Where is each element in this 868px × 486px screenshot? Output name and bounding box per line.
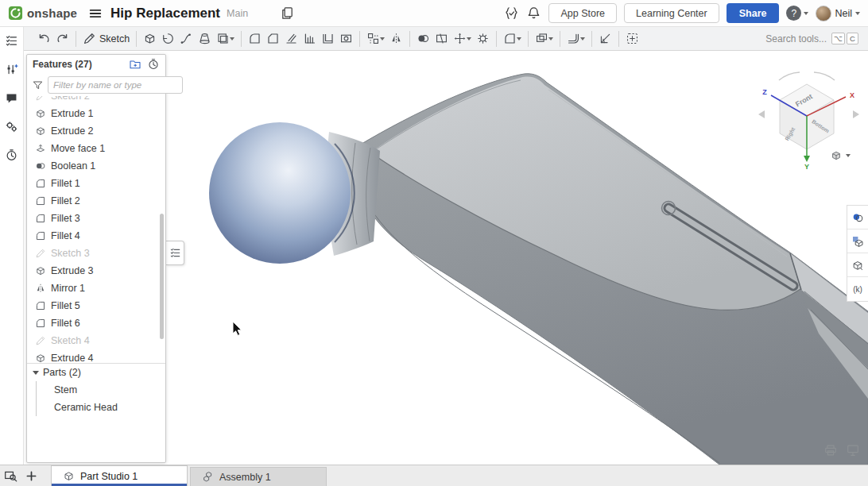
filter-funnel-icon[interactable]: [32, 79, 44, 91]
tool-mirror-button[interactable]: [387, 29, 405, 48]
feature-label: Fillet 4: [51, 230, 80, 241]
left-panel-rail: [0, 27, 24, 465]
feature-item[interactable]: Sketch 2: [27, 96, 165, 105]
tool-featurescript-button[interactable]: [596, 29, 614, 48]
tool-split-button[interactable]: [432, 29, 451, 48]
feature-item[interactable]: Mirror 1: [27, 280, 165, 297]
feature-item[interactable]: Extrude 3: [27, 262, 165, 280]
tab-part-studio-1[interactable]: Part Studio 1: [51, 465, 188, 486]
view-cube-icon: [830, 149, 843, 162]
tool-loft-button[interactable]: [196, 29, 214, 48]
parts-section-header[interactable]: Parts (2): [27, 364, 165, 381]
rotate-arrows-icon[interactable]: [779, 72, 835, 80]
manage-tabs-button[interactable]: [0, 465, 21, 486]
app-store-button[interactable]: App Store: [548, 3, 617, 23]
tool-boolean-button[interactable]: [414, 29, 432, 48]
rotate-right-arrow-icon[interactable]: [853, 110, 859, 118]
feature-label: Fillet 2: [51, 195, 80, 206]
sweep-icon: [180, 32, 193, 45]
new-folder-button[interactable]: [123, 58, 141, 71]
rail-variables-button[interactable]: [2, 60, 21, 79]
tool-hole-button[interactable]: [337, 29, 355, 48]
tool-sheet-metal-button[interactable]: [564, 29, 587, 48]
onshape-logo-icon: [8, 6, 23, 21]
feature-list-scrollbar[interactable]: [160, 214, 164, 339]
sheetmetal-icon: [567, 32, 580, 45]
onshape-logo[interactable]: onshape: [8, 6, 77, 21]
tool-shell-button[interactable]: [319, 29, 337, 48]
panel-appearance-panel-button[interactable]: [847, 206, 868, 230]
measure-icon: [599, 32, 612, 45]
tool-sketch-button[interactable]: Sketch: [80, 29, 132, 48]
tool-revolve-button[interactable]: [159, 29, 177, 48]
tool-modify-fillet-button[interactable]: [501, 29, 524, 48]
rail-history-button[interactable]: [2, 145, 21, 164]
feature-item[interactable]: Extrude 2: [27, 122, 165, 140]
parts-section: Parts (2) StemCeramic Head: [27, 363, 165, 462]
tool-transform-button[interactable]: [451, 29, 474, 48]
tab-assembly-1[interactable]: Assembly 1: [190, 467, 327, 486]
ceramic-head-ball[interactable]: [209, 122, 351, 264]
rail-features-list-toggle-button[interactable]: [2, 31, 21, 50]
panel-configurations-button[interactable]: (k): [847, 277, 868, 301]
tool-extrude-button[interactable]: [141, 29, 159, 48]
view-options-button[interactable]: [827, 146, 862, 165]
new-tab-button[interactable]: [21, 465, 41, 486]
feature-item[interactable]: Fillet 1: [27, 175, 165, 192]
main-menu-button[interactable]: [88, 6, 103, 21]
learning-center-button[interactable]: Learning Center: [624, 3, 719, 23]
feature-item[interactable]: Fillet 2: [27, 192, 165, 210]
shortcut-key: C: [847, 33, 858, 44]
tool-thicken-button[interactable]: [214, 29, 237, 48]
chevron-down-icon: [33, 371, 39, 375]
views-icon: [851, 259, 864, 272]
user-menu[interactable]: Neil: [816, 6, 860, 21]
tool-linear-pattern-button[interactable]: [364, 29, 387, 48]
part-item[interactable]: Ceramic Head: [37, 399, 165, 416]
share-button[interactable]: Share: [727, 3, 780, 23]
workspace-branch[interactable]: Main: [227, 8, 248, 19]
rail-settings-button[interactable]: [2, 117, 21, 136]
feature-item[interactable]: Fillet 5: [27, 297, 165, 314]
print-button[interactable]: [823, 443, 838, 457]
feature-item[interactable]: Fillet 6: [27, 314, 165, 332]
feature-item[interactable]: Extrude 4: [27, 349, 165, 363]
part-item[interactable]: Stem: [37, 381, 165, 399]
search-tools[interactable]: Search tools... ⌥C: [765, 33, 858, 44]
featurescript-notices-button[interactable]: [504, 6, 519, 21]
notifications-button[interactable]: [526, 6, 541, 21]
tool-undo-button[interactable]: [35, 29, 53, 48]
rail-comments-button[interactable]: [2, 88, 21, 107]
document-copy-icon: [280, 6, 295, 21]
feature-list-flyout-toggle[interactable]: [166, 241, 184, 265]
caret-down-icon: [846, 154, 851, 157]
panel-named-views-button[interactable]: [847, 253, 868, 277]
feature-item[interactable]: Sketch 3: [27, 245, 165, 262]
tool-sweep-button[interactable]: [177, 29, 196, 48]
tool-chamfer-button[interactable]: [264, 29, 282, 48]
panel-display-states-button[interactable]: [847, 230, 868, 253]
feature-item[interactable]: Fillet 4: [27, 227, 165, 245]
copy-workspace-button[interactable]: [280, 6, 295, 21]
document-title: Hip Replacement: [110, 6, 220, 21]
feature-item[interactable]: Sketch 4: [27, 332, 165, 349]
rollback-history-button[interactable]: [141, 58, 160, 71]
feature-item[interactable]: Fillet 3: [27, 210, 165, 227]
tool-rib-button[interactable]: [300, 29, 319, 48]
feature-item[interactable]: Extrude 1: [27, 105, 165, 122]
pixel-display-button[interactable]: [846, 443, 860, 457]
tool-fillet-button[interactable]: [246, 29, 264, 48]
feature-item[interactable]: Move face 1: [27, 140, 165, 157]
tool-draft-button[interactable]: [282, 29, 300, 48]
rotate-left-arrow-icon[interactable]: [758, 110, 765, 118]
feature-label: Extrude 1: [51, 108, 94, 119]
tool-redo-button[interactable]: [53, 29, 72, 48]
tool-center-of-mass-button[interactable]: [623, 29, 641, 48]
help-menu[interactable]: ?: [786, 6, 808, 21]
tool-delete-part-button[interactable]: [474, 29, 492, 48]
feature-item[interactable]: Boolean 1: [27, 157, 165, 175]
fillet-icon: [248, 32, 262, 45]
tool-composite-part-button[interactable]: [533, 29, 556, 48]
feature-label: Fillet 5: [51, 300, 80, 311]
feature-filter-input[interactable]: [48, 76, 183, 94]
